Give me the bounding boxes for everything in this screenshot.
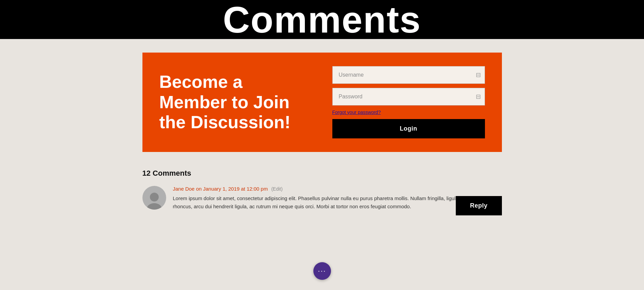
comment-edit-link[interactable]: (Edit) xyxy=(271,186,282,192)
header-bar: Comments xyxy=(0,0,644,39)
comments-section: 12 Comments Jane Doe on January 1, 2019 … xyxy=(142,169,502,211)
username-wrapper: ⊟ xyxy=(332,66,485,84)
svg-point-0 xyxy=(150,193,159,201)
comment-text: Lorem ipsum dolor sit amet, consectetur … xyxy=(173,194,502,211)
membership-box: Become a Member to Join the Discussion! … xyxy=(142,53,502,152)
password-wrapper: ⊟ xyxy=(332,88,485,105)
username-icon: ⊟ xyxy=(476,71,481,79)
username-input[interactable] xyxy=(332,66,485,84)
avatar xyxy=(142,186,166,210)
comment-meta: Jane Doe on January 1, 2019 at 12:00 pm … xyxy=(173,186,502,192)
password-input[interactable] xyxy=(332,88,485,105)
reply-button[interactable]: Reply xyxy=(456,196,502,215)
floating-dots-button[interactable]: ··· xyxy=(313,262,331,280)
login-button[interactable]: Login xyxy=(332,119,485,138)
comment-date: on January 1, 2019 at 12:00 pm xyxy=(196,186,268,192)
page-title: Comments xyxy=(223,1,421,38)
comment-item: Jane Doe on January 1, 2019 at 12:00 pm … xyxy=(142,186,502,211)
login-form: ⊟ ⊟ Forgot your password? Login xyxy=(332,66,485,138)
password-icon: ⊟ xyxy=(476,93,481,100)
comments-heading: 12 Comments xyxy=(142,169,502,178)
comment-author: Jane Doe xyxy=(173,186,195,192)
forgot-password-link[interactable]: Forgot your password? xyxy=(332,110,485,115)
avatar-silhouette xyxy=(147,191,162,210)
dots-icon: ··· xyxy=(318,267,326,275)
membership-heading: Become a Member to Join the Discussion! xyxy=(159,72,312,133)
svg-point-1 xyxy=(147,203,162,210)
comment-body: Jane Doe on January 1, 2019 at 12:00 pm … xyxy=(173,186,502,211)
main-content: Become a Member to Join the Discussion! … xyxy=(129,53,515,211)
